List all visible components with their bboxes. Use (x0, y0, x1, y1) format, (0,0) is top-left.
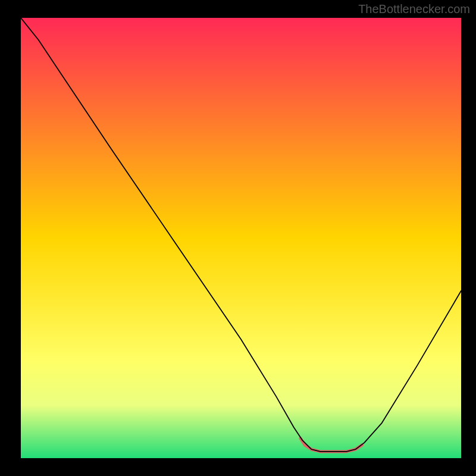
watermark-text: TheBottlenecker.com (358, 2, 470, 16)
chart-svg (21, 18, 461, 458)
chart-background (21, 18, 461, 458)
chart-plot-area (21, 18, 461, 458)
